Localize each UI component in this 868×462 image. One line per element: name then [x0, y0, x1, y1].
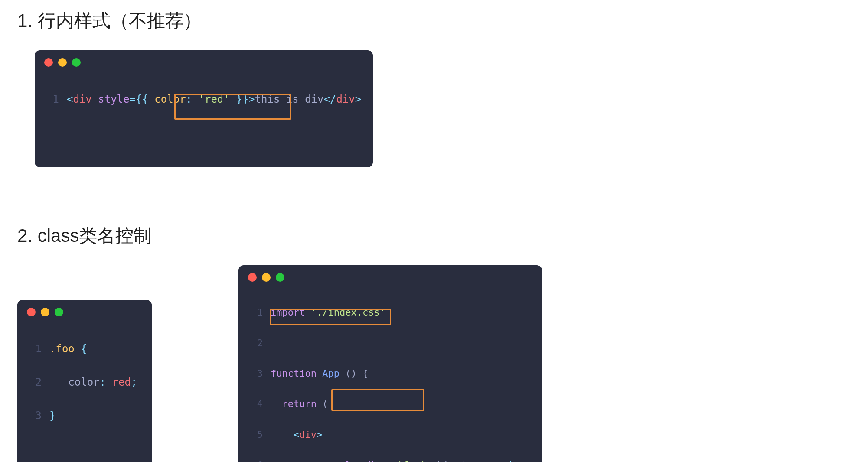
- code-token: import: [271, 307, 305, 318]
- traffic-yellow-icon: [262, 273, 271, 282]
- code-token: [271, 459, 305, 462]
- col-app-js: 1import './index.css' 2 3function App ()…: [238, 265, 542, 462]
- code-window-index-css: 1.foo { 2 color: red; 3}: [17, 300, 152, 462]
- code-token: =: [391, 459, 397, 462]
- code-token: [271, 398, 282, 409]
- code-token: 'foo': [397, 459, 425, 462]
- window-traffic-lights: [44, 58, 363, 67]
- code-token: './index.css': [311, 307, 385, 318]
- code-token: App: [322, 368, 339, 379]
- traffic-green-icon: [55, 308, 63, 316]
- code-token: [271, 429, 294, 440]
- code-token: color: [68, 376, 99, 388]
- code-token: {: [75, 343, 87, 355]
- code-block-index-css: 1.foo { 2 color: red; 3}: [27, 324, 142, 457]
- traffic-red-icon: [248, 273, 257, 282]
- traffic-green-icon: [276, 273, 284, 282]
- code-token: >: [426, 459, 431, 462]
- line-number: 2: [27, 374, 42, 390]
- code-window-app-js: 1import './index.css' 2 3function App ()…: [238, 265, 542, 462]
- code-token: {: [142, 93, 154, 105]
- code-token: <: [294, 429, 299, 440]
- code-token: :: [186, 93, 199, 105]
- code-token: .foo: [49, 343, 75, 355]
- code-token: [49, 376, 68, 388]
- window-traffic-lights: [248, 273, 532, 282]
- line-number: 3: [27, 407, 42, 424]
- col-index-css: 1.foo { 2 color: red; 3} index.css: [17, 265, 152, 462]
- line-number: 6: [248, 457, 263, 462]
- code-token: div: [299, 429, 317, 440]
- code-token: [317, 368, 322, 379]
- code-token: [334, 459, 339, 462]
- code-token: =: [130, 93, 136, 105]
- code-token: :: [100, 376, 112, 388]
- code-token: {: [136, 93, 142, 105]
- code-token: }: [242, 93, 248, 105]
- line-number: 1: [27, 341, 42, 357]
- code-token: color: [154, 93, 186, 105]
- code-token: span: [311, 459, 334, 462]
- section2-heading: 2. class类名控制: [17, 224, 851, 248]
- code-token: div: [336, 93, 355, 105]
- code-token: >: [248, 93, 255, 105]
- code-token: <: [67, 93, 73, 105]
- code-token: >: [317, 429, 322, 440]
- line-number: 3: [248, 366, 263, 381]
- code-token: className: [339, 459, 391, 462]
- code-token: [92, 93, 98, 105]
- code-token: [305, 307, 310, 318]
- code-token: (: [317, 398, 328, 409]
- code-token: this is div: [255, 93, 324, 105]
- traffic-green-icon: [72, 58, 81, 67]
- code-token: div: [73, 93, 91, 105]
- traffic-yellow-icon: [58, 58, 67, 67]
- code-block-inline-style: 1<div style={{ color: 'red' }}>this is d…: [44, 75, 363, 158]
- traffic-red-icon: [27, 308, 36, 316]
- code-token: </: [324, 93, 336, 105]
- line-number: 5: [248, 427, 263, 442]
- traffic-yellow-icon: [41, 308, 49, 316]
- code-block-app-js: 1import './index.css' 2 3function App ()…: [248, 290, 532, 462]
- line-number: 1: [248, 305, 263, 320]
- code-token: ;: [131, 376, 137, 388]
- code-token: this is span: [431, 459, 500, 462]
- code-token: style: [98, 93, 129, 105]
- section1-heading: 1. 行内样式（不推荐）: [17, 9, 851, 33]
- window-traffic-lights: [27, 308, 142, 316]
- code-token: () {: [339, 368, 368, 379]
- code-token: red: [112, 376, 131, 388]
- code-token: span: [512, 459, 535, 462]
- code-token: >: [535, 459, 540, 462]
- page: 1. 行内样式（不推荐） 1<div style={{ color: 'red'…: [0, 0, 868, 462]
- code-token: </: [500, 459, 512, 462]
- traffic-red-icon: [44, 58, 53, 67]
- code-token: function: [271, 368, 317, 379]
- code-token: >: [355, 93, 361, 105]
- section2-row: 1.foo { 2 color: red; 3} index.css 1impo…: [17, 265, 851, 462]
- code-token: 'red': [198, 93, 229, 105]
- code-token: return: [282, 398, 317, 409]
- code-window-inline-style: 1<div style={{ color: 'red' }}>this is d…: [35, 50, 373, 167]
- code-token: <: [305, 459, 310, 462]
- code-token: }: [49, 410, 55, 422]
- line-number: 1: [44, 91, 59, 107]
- code-token: }: [230, 93, 242, 105]
- line-number: 4: [248, 396, 263, 411]
- line-number: 2: [248, 335, 263, 351]
